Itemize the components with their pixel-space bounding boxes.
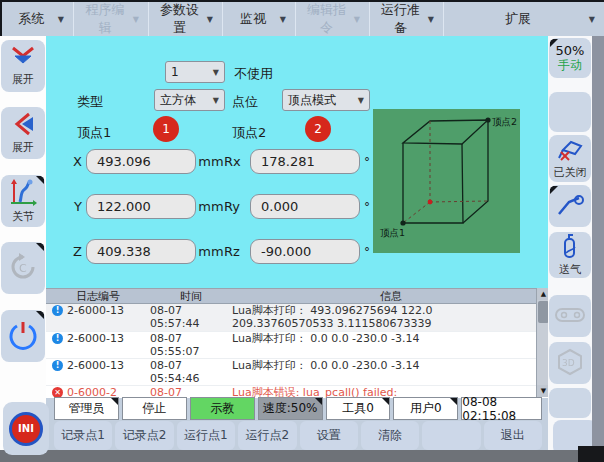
robot-joint-icon xyxy=(8,178,38,209)
chevron-down-icon: ▼ xyxy=(428,15,434,24)
chevron-down-icon: ▼ xyxy=(58,15,64,24)
record-point1-button[interactable]: 记录点1 xyxy=(54,421,112,450)
menu-item-run-prepare[interactable]: 运行准备 ▼ xyxy=(370,2,444,36)
x-value-field[interactable] xyxy=(86,149,196,174)
log-row[interactable]: !2-6000-13 08-07 05:57:44 Lua脚本打印： 493.0… xyxy=(46,304,550,332)
status-speed[interactable]: 速度:50% xyxy=(258,397,323,420)
exit-button[interactable]: 退出 xyxy=(484,421,542,450)
corner-marker xyxy=(111,398,118,405)
ini-button[interactable]: INI xyxy=(3,402,49,455)
status-tool[interactable]: 工具0 xyxy=(326,397,391,420)
3d-glyph: 3D xyxy=(562,358,575,368)
ry-value-field[interactable] xyxy=(250,194,360,219)
log-header-time: 时间 xyxy=(150,289,232,304)
chevron-down-icon: ▼ xyxy=(358,96,364,105)
rz-axis-label: Rz xyxy=(224,244,246,259)
air-supply-button[interactable]: 送气 xyxy=(549,232,591,278)
menu-bar: 系统 ▼ 程序编辑 ▼ 参数设置 ▼ 监视 ▼ 编辑指令 ▼ 运行准备 ▼ 扩展… xyxy=(2,2,604,36)
rz-value-field[interactable] xyxy=(250,239,360,264)
torch-button[interactable] xyxy=(549,185,591,227)
log-row[interactable]: !2-6000-13 08-07 05:55:07 Lua脚本打印： 0.0 0… xyxy=(46,332,550,359)
log-row[interactable]: !2-6000-13 08-07 05:54:46 Lua脚本打印： 0.0 0… xyxy=(46,359,550,386)
datetime-label: 08-08 02:15:08 xyxy=(462,395,541,423)
mm-unit-label: mm xyxy=(198,244,224,259)
chevron-down-icon: ▼ xyxy=(207,15,213,24)
vertex1-badge[interactable]: 1 xyxy=(153,116,179,142)
status-label: 速度:50% xyxy=(263,400,318,417)
blank-button[interactable] xyxy=(422,421,480,450)
type-select[interactable]: 立方体 ▼ xyxy=(154,89,225,111)
settings-button[interactable]: 设置 xyxy=(300,421,358,450)
expand-down-button[interactable]: 展开 xyxy=(1,40,45,92)
z-value-field[interactable] xyxy=(86,239,196,264)
log-header-id: 日志编号 xyxy=(46,289,150,304)
gun-closed-button[interactable]: 已关闭 xyxy=(549,135,591,182)
3d-view-button-disabled: 3D xyxy=(549,342,591,384)
status-label: 停止 xyxy=(142,400,166,417)
log-message: Lua脚本打印： 0.0 0.0 -230.0 -3.14 xyxy=(232,359,550,372)
info-icon: ! xyxy=(52,333,63,344)
status-user-frame[interactable]: 用户0 xyxy=(393,397,458,420)
preset-value: 1 xyxy=(171,65,179,79)
bottom-edge-strip xyxy=(0,450,604,462)
cube-vertex2-label: 顶点2 xyxy=(492,116,517,127)
vertex1-label: 顶点1 xyxy=(77,124,111,142)
log-id: 2-6000-13 xyxy=(67,304,124,317)
joint-mode-button[interactable]: 关节 xyxy=(1,175,45,227)
preset-select[interactable]: 1 ▼ xyxy=(165,61,225,83)
main-area: 1 ▼ 不使用 类型 立方体 ▼ 点位 顶点模式 ▼ 顶点1 1 顶点2 2 X… xyxy=(46,36,550,452)
blank-tool-button[interactable] xyxy=(549,388,591,418)
menu-item-program-edit: 程序编辑 ▼ xyxy=(74,2,149,36)
menu-item-parameter-settings[interactable]: 参数设置 ▼ xyxy=(149,2,223,36)
corner-marker xyxy=(36,243,44,251)
menu-item-extension[interactable]: 扩展 ▼ xyxy=(444,2,604,36)
mm-unit-label: mm xyxy=(198,154,224,169)
expand-left-button[interactable]: 展开 xyxy=(1,107,45,159)
gamepad-button-disabled xyxy=(549,295,591,337)
log-time: 08-07 05:54:46 xyxy=(150,359,232,385)
type-value: 立方体 xyxy=(160,92,196,109)
hidden-vertex-dot xyxy=(428,200,433,205)
run-point1-button[interactable]: 运行点1 xyxy=(177,421,235,450)
point-mode-select[interactable]: 顶点模式 ▼ xyxy=(282,89,370,111)
log-time: 08-07 05:55:07 xyxy=(150,332,232,358)
y-value-field[interactable] xyxy=(86,194,196,219)
power-icon xyxy=(8,320,38,353)
status-datetime: 08-08 02:15:08 xyxy=(461,397,542,420)
power-button[interactable] xyxy=(1,310,45,362)
clear-button[interactable]: 清除 xyxy=(361,421,419,450)
vertex2-badge[interactable]: 2 xyxy=(305,116,331,142)
cube-preview-panel: 顶点2 顶点1 xyxy=(373,109,520,253)
left-sidebar: 展开 展开 关节 xyxy=(0,36,46,452)
rx-value-field[interactable] xyxy=(250,149,360,174)
rx-axis-label: Rx xyxy=(224,154,246,169)
bottom-right-corner xyxy=(578,446,604,462)
menu-item-system[interactable]: 系统 ▼ xyxy=(2,2,74,36)
blank-tool-button[interactable] xyxy=(549,92,591,132)
chevron-down-icon: ▼ xyxy=(213,96,219,105)
chevron-down-icon: ▼ xyxy=(133,15,139,24)
button-label: 已关闭 xyxy=(554,165,587,180)
record-point2-button[interactable]: 记录点2 xyxy=(115,421,173,450)
right-edge-strip xyxy=(592,36,604,452)
speed-mode-button[interactable]: 50% 手动 xyxy=(549,38,591,78)
log-message: Lua脚本打印： 0.0 0.0 -230.0 -3.14 xyxy=(232,332,550,345)
status-run-state: 停止 xyxy=(122,397,187,420)
vertex1-dot xyxy=(400,220,405,225)
gas-bottle-icon xyxy=(558,233,582,262)
button-label: 关节 xyxy=(12,209,34,224)
corner-marker xyxy=(550,186,558,194)
degree-unit-label: ° xyxy=(364,245,370,259)
log-id: 2-6000-13 xyxy=(67,332,124,345)
run-point2-button[interactable]: 运行点2 xyxy=(238,421,296,450)
menu-item-monitor[interactable]: 监视 ▼ xyxy=(223,2,296,36)
status-user-role[interactable]: 管理员 xyxy=(54,397,119,420)
log-time: 08-07 05:57:44 xyxy=(150,304,232,330)
loop-cycle-icon: C xyxy=(8,252,38,285)
menu-label: 编辑指令 xyxy=(305,1,348,37)
corner-marker xyxy=(450,398,457,405)
corner-marker xyxy=(315,398,322,405)
double-chevron-down-icon xyxy=(8,45,38,72)
double-chevron-left-icon xyxy=(9,111,37,140)
status-label: 示教 xyxy=(210,400,234,417)
